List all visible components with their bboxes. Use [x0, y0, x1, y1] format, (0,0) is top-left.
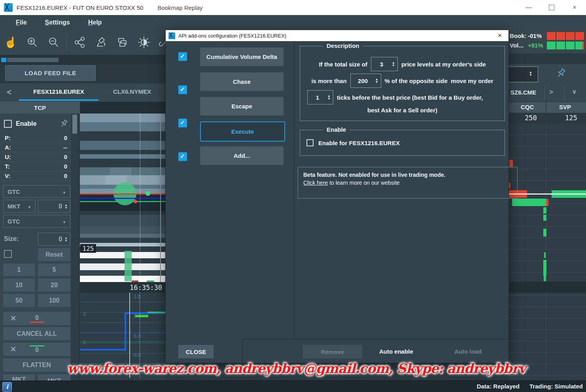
addon-checkbox-chase[interactable]: [178, 85, 187, 94]
enable-trading-label: Enable: [16, 120, 36, 127]
load-feed-file-button[interactable]: LOAD FEED FILE: [5, 65, 96, 81]
stepper-arrows-icon[interactable]: ▲▼: [64, 204, 70, 209]
tab-fesx1216-eurex[interactable]: FESX1216.EUREX: [19, 83, 98, 99]
addon-button-chase[interactable]: Chase: [200, 72, 284, 91]
ticks-stepper[interactable]: 1 ▲▼: [307, 90, 333, 104]
microscope-icon[interactable]: [91, 33, 112, 52]
reset-button[interactable]: Reset: [38, 248, 70, 261]
addon-button-cvd[interactable]: Cumulative Volume Delta: [200, 47, 284, 66]
column-divider: [546, 102, 546, 113]
info-icon[interactable]: i: [2, 382, 12, 392]
partial-button-right[interactable]: MKT: [38, 374, 70, 381]
brightness-contrast-icon[interactable]: [133, 33, 155, 52]
right-table-divider: [546, 123, 546, 381]
order-type-select[interactable]: MKT: [3, 200, 36, 213]
depth-bar-green: [543, 215, 546, 221]
right-stepper[interactable]: ▲▼: [504, 66, 538, 82]
svp-value: 125: [565, 114, 577, 122]
desc-text: ticks before the best price (best Bid fo…: [337, 94, 483, 101]
addon-checkbox-escape[interactable]: [178, 119, 187, 127]
flatten-button[interactable]: FLATTEN: [3, 358, 70, 372]
menu-file[interactable]: File: [16, 19, 27, 26]
qty-button-1[interactable]: 1: [3, 263, 35, 276]
addon-checkbox-cvd[interactable]: [178, 52, 187, 61]
addon-button-execute[interactable]: Execute: [200, 121, 285, 142]
depth-bar-green: [543, 207, 546, 214]
stat-label: A:: [5, 144, 11, 151]
heatmap-chart[interactable]: [80, 114, 165, 291]
qty-button-10[interactable]: 10: [3, 278, 35, 292]
description-legend: Description: [323, 42, 363, 49]
lock-size-checkbox[interactable]: [4, 250, 12, 258]
cancel-sell-orders-button[interactable]: ✕ 0: [3, 312, 70, 325]
chevron-down-icon[interactable]: ∨: [572, 88, 577, 95]
dialog-divider-vertical: [294, 41, 295, 339]
zoom-in-icon[interactable]: [21, 33, 43, 52]
chevron-down-icon: [62, 218, 66, 225]
tif-select-bottom[interactable]: GTC: [3, 215, 70, 228]
time-axis: 16:35:30: [80, 282, 165, 293]
dialog-divider-horizontal: [242, 339, 509, 339]
share-icon[interactable]: [69, 33, 91, 52]
close-button[interactable]: ×: [563, 0, 586, 15]
stepper-arrows-icon[interactable]: ▲▼: [64, 237, 70, 242]
percent-stepper[interactable]: 200 ▲▼: [350, 74, 381, 88]
price-levels-stepper[interactable]: 3 ▲▼: [371, 57, 398, 71]
tabs-scroll-left-icon[interactable]: <: [3, 86, 15, 98]
zoom-out-icon[interactable]: [43, 33, 64, 52]
stepper-arrows-icon[interactable]: ▲▼: [392, 61, 397, 67]
right-instrument-tab[interactable]: SZ6.CME > ∨: [509, 84, 586, 102]
stepper-arrows-icon[interactable]: ▲▼: [375, 78, 381, 83]
maximize-button[interactable]: [540, 0, 563, 15]
order-qty-stepper[interactable]: 0 ▲▼: [38, 200, 70, 213]
hand-tool-icon[interactable]: ☝: [0, 33, 21, 52]
right-depth-table[interactable]: [509, 123, 586, 381]
depth-bar-green: [543, 260, 546, 276]
tab-clx6-nymex[interactable]: CLX6.NYMEX: [99, 83, 165, 99]
addon-button-escape[interactable]: Escape: [200, 97, 284, 116]
qty-button-100[interactable]: 100: [38, 294, 70, 307]
qty-button-20[interactable]: 20: [38, 278, 70, 292]
addon-checkbox-execute[interactable]: [178, 152, 187, 161]
size-stepper[interactable]: 0 ▲▼: [38, 233, 70, 246]
stat-row: A: --: [0, 143, 71, 152]
stepper-arrows-icon[interactable]: ▲▼: [529, 71, 535, 76]
scrollbar-handle[interactable]: [7, 58, 59, 62]
tif-select-top[interactable]: GTC: [3, 185, 70, 198]
panel-scrollbar[interactable]: [72, 114, 78, 381]
windows-cascade-icon[interactable]: [112, 33, 133, 52]
dialog-close-icon[interactable]: ×: [495, 31, 505, 40]
book-square: [547, 32, 556, 40]
vol-square: [547, 42, 556, 49]
right-column-values: 250 125: [509, 113, 586, 123]
panel-scrollbar-handle[interactable]: [72, 115, 77, 134]
close-dialog-button[interactable]: CLOSE: [178, 345, 214, 358]
stepper-arrows-icon[interactable]: ▲▼: [327, 95, 333, 100]
volume-bar: [125, 251, 132, 281]
qty-button-50[interactable]: 50: [3, 294, 35, 307]
beta-link[interactable]: Click here: [303, 180, 328, 186]
trading-panel: Enable P: 0 A: -- U: 0 T: 0 V: 0 GTC MKT…: [0, 114, 71, 381]
cancel-buy-orders-button[interactable]: ✕ 0: [3, 343, 70, 356]
partial-button-left[interactable]: MKT: [3, 374, 35, 381]
green-marker-line: [147, 312, 165, 313]
qty-button-5[interactable]: 5: [38, 263, 70, 276]
pin-icon-blue[interactable]: [552, 65, 570, 83]
cancel-all-button[interactable]: CANCEL ALL: [3, 327, 70, 340]
desc-text: is more than: [311, 78, 346, 84]
chevron-down-icon: [28, 203, 31, 210]
status-bar: i Data: Replayed Trading: Simulated: [0, 381, 586, 392]
pin-icon[interactable]: [57, 117, 71, 131]
scrollbar-handle-blue[interactable]: [1, 58, 6, 62]
tcp-header: TCP: [0, 102, 80, 114]
right-scroll-strip: [509, 53, 586, 64]
add-addon-button[interactable]: Add...: [200, 146, 284, 165]
remove-button[interactable]: Remove: [303, 345, 362, 358]
minimize-button[interactable]: —: [517, 0, 540, 15]
chevron-right-icon[interactable]: >: [549, 88, 553, 96]
enable-instrument-checkbox[interactable]: [306, 139, 314, 146]
enable-trading-checkbox[interactable]: [4, 120, 12, 128]
app-logo-icon: [4, 3, 13, 12]
menu-help[interactable]: Help: [88, 19, 102, 26]
menu-settings[interactable]: Settings: [45, 19, 70, 26]
